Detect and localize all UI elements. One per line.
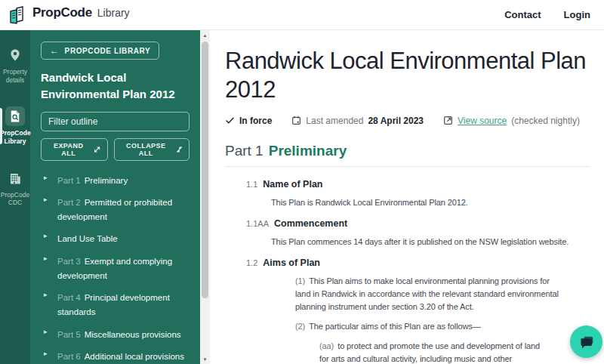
checked-nightly-note: (checked nightly): [511, 116, 580, 126]
part-title: Preliminary: [269, 143, 347, 159]
paragraph: This Plan is Randwick Local Environmenta…: [246, 196, 590, 209]
paragraph: This Plan commences 14 days after it is …: [246, 236, 590, 248]
propcode-logo-icon: [8, 5, 27, 25]
section-number: 1.2: [246, 258, 257, 267]
in-force-status: In force: [225, 116, 272, 126]
outline-item-label: Part 5Miscellaneous provisions: [57, 330, 181, 339]
expand-icon: [94, 146, 100, 153]
chevron-right-icon[interactable]: ▸: [44, 328, 48, 335]
calendar-icon: [291, 116, 301, 125]
back-to-library-button[interactable]: ← PROPCODE LIBRARY: [41, 42, 159, 60]
last-amended-status: Last amended 28 April 2023: [291, 116, 424, 126]
section-number: 1.1AA: [246, 219, 269, 228]
top-nav: Contact Login: [504, 9, 593, 20]
outline-item-label: Part 3Exempt and complying development: [57, 257, 172, 280]
rail-item-propcode-library[interactable]: PropCode Library: [0, 103, 30, 148]
sidebar-document-title: Randwick Local Environmental Plan 2012: [41, 69, 190, 103]
brand-suffix: Library: [97, 7, 130, 19]
section-heading: Name of Plan: [263, 179, 322, 190]
chevron-right-icon[interactable]: ▸: [44, 254, 48, 262]
document-title: Randwick Local Environmental Plan 2012: [225, 47, 587, 104]
outline-item-label: Part 4Principal development standards: [57, 293, 170, 316]
paragraph-marker: (1): [295, 276, 305, 285]
chevron-right-icon[interactable]: ▸: [44, 350, 48, 357]
expand-all-button[interactable]: EXPAND ALL: [41, 138, 108, 161]
section: 1.1Name of PlanThis Plan is Randwick Loc…: [246, 177, 590, 209]
last-amended-date: 28 April 2023: [368, 116, 424, 126]
collapse-icon: [176, 146, 183, 153]
chat-launcher-button[interactable]: [570, 325, 602, 358]
sections: 1.1Name of PlanThis Plan is Randwick Loc…: [246, 177, 590, 364]
external-link-icon: [443, 116, 453, 125]
expand-all-label: EXPAND ALL: [48, 142, 89, 157]
scroll-down-arrow[interactable]: ▼: [200, 354, 210, 364]
rail-item-label: PropCode Library: [0, 129, 30, 145]
collapse-all-label: COLLAPSE ALL: [121, 142, 171, 157]
chevron-right-icon[interactable]: ▸: [44, 174, 48, 181]
section-heading: Aims of Plan: [263, 258, 320, 268]
chat-bubble-icon: [578, 334, 595, 350]
back-button-label: PROPCODE LIBRARY: [65, 47, 151, 55]
scroll-up-arrow[interactable]: ▲: [200, 30, 210, 40]
outline-list: ▸Part 1Preliminary▸Part 2Permitted or pr…: [41, 173, 190, 364]
view-source-status: View source (checked nightly): [443, 116, 580, 126]
paragraph: (2)The particular aims of this Plan are …: [246, 320, 563, 333]
chevron-right-icon[interactable]: ▸: [44, 291, 48, 298]
check-icon: [225, 116, 235, 125]
rail-item-label: Property details: [0, 68, 30, 84]
outline-item[interactable]: ▸Part 5Miscellaneous provisions: [41, 327, 190, 341]
outline-item[interactable]: ▸Part 3Exempt and complying development: [41, 254, 190, 283]
top-header: PropCode Library Contact Login: [0, 0, 604, 30]
outline-item-label: Part 1Preliminary: [57, 176, 128, 185]
part-heading: Part 1Preliminary: [225, 143, 590, 167]
outline-item[interactable]: ▸Land Use Table: [41, 231, 190, 245]
sidebar-scrollbar[interactable]: ▲ ▼: [200, 30, 210, 364]
paragraph-marker: (2): [295, 322, 305, 331]
outline-item[interactable]: ▸Part 4Principal development standards: [41, 290, 190, 319]
outline-sidebar: ← PROPCODE LIBRARY Randwick Local Enviro…: [30, 30, 200, 364]
section-heading: Commencement: [274, 218, 347, 229]
outline-item[interactable]: ▸Part 1Preliminary: [41, 173, 190, 187]
outline-item-label: Part 2Permitted or prohibited developmen…: [57, 198, 172, 221]
outline-item[interactable]: ▸Part 6Additional local provisions: [41, 349, 190, 363]
back-arrow-icon: ←: [50, 46, 60, 55]
outline-item-label: Land Use Table: [57, 234, 118, 243]
paragraph-marker: (aa): [319, 341, 334, 350]
section: 1.1AACommencementThis Plan commences 14 …: [246, 216, 590, 248]
icon-rail: Property details PropCode Library: [0, 30, 30, 364]
scrollbar-thumb[interactable]: [202, 42, 208, 298]
in-force-label: In force: [239, 116, 272, 126]
chevron-right-icon[interactable]: ▸: [44, 196, 48, 203]
rail-item-property-details[interactable]: Property details: [0, 42, 30, 87]
location-pin-icon: [5, 45, 25, 65]
brand-name: PropCode: [32, 5, 92, 20]
collapse-all-button[interactable]: COLLAPSE ALL: [114, 138, 190, 161]
view-source-link[interactable]: View source: [458, 116, 507, 126]
building-icon: [5, 168, 25, 188]
chevron-right-icon[interactable]: ▸: [44, 232, 48, 239]
contact-link[interactable]: Contact: [504, 9, 541, 20]
paragraph: (aa)to protect and promote the use and d…: [246, 340, 544, 364]
outline-item[interactable]: ▸Part 2Permitted or prohibited developme…: [41, 195, 190, 224]
rail-item-label: PropCode CDC: [0, 191, 30, 207]
document-search-icon: [5, 106, 25, 126]
document-pane: Randwick Local Environmental Plan 2012 I…: [210, 30, 604, 364]
status-row: In force Last amended 28 April 2023 View…: [225, 116, 590, 126]
login-link[interactable]: Login: [564, 9, 590, 20]
outline-item-label: Part 6Additional local provisions: [57, 352, 184, 361]
paragraph: (1)This Plan aims to make local environm…: [246, 275, 563, 313]
last-amended-label: Last amended: [306, 116, 363, 126]
section: 1.2Aims of Plan(1)This Plan aims to make…: [246, 255, 590, 364]
brand-logo[interactable]: PropCode Library: [8, 5, 130, 25]
rail-item-propcode-cdc[interactable]: PropCode CDC: [0, 165, 30, 210]
section-number: 1.1: [246, 180, 257, 189]
outline-controls: EXPAND ALL COLLAPSE ALL: [41, 138, 190, 161]
part-number: Part 1: [225, 143, 263, 159]
filter-outline-input[interactable]: [41, 112, 190, 131]
